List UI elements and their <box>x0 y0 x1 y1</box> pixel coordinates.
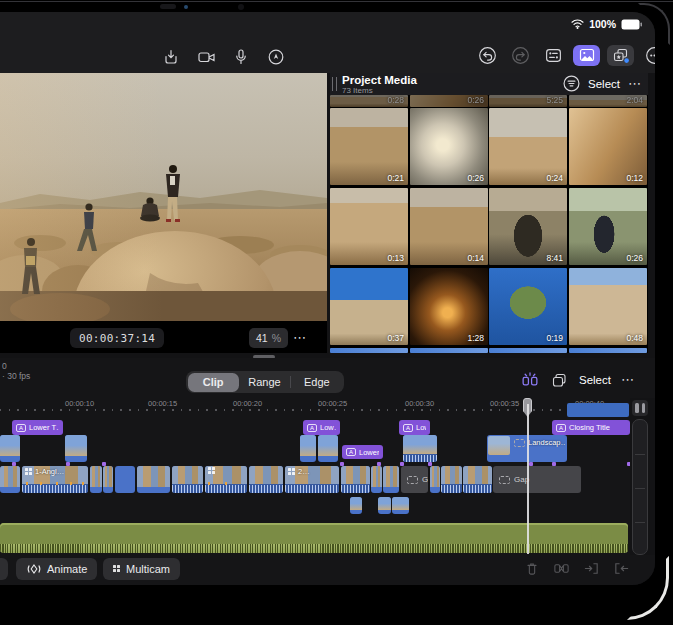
live-drawing-button[interactable] <box>263 45 289 69</box>
media-thumbnail-talent-closeup[interactable]: 8:41 <box>489 188 567 265</box>
titles-effects-button[interactable] <box>607 45 634 66</box>
timeline-clip-connected[interactable] <box>318 435 338 462</box>
media-thumbnail-sunset-silhouette[interactable]: 0:26 <box>410 108 488 185</box>
media-browser-button[interactable] <box>573 45 600 66</box>
media-thumbnail-rock-face[interactable]: 0:26 <box>410 95 488 107</box>
inspector-button[interactable] <box>540 43 566 67</box>
timeline-clip-video[interactable] <box>103 466 113 493</box>
media-thumbnail-rock-pile[interactable]: 0:21 <box>330 108 408 185</box>
clip-thumbnail-strip <box>172 466 203 484</box>
tab-edge[interactable]: Edge <box>291 373 342 392</box>
media-thumbnail-campfire[interactable]: 1:28 <box>410 268 488 345</box>
split-icon[interactable] <box>553 560 570 577</box>
media-thumbnail-sky-rocks[interactable]: 0:37 <box>330 268 408 345</box>
media-thumbnail-hiker-shade[interactable]: 0:26 <box>569 188 647 265</box>
timeline-clip-multicam[interactable] <box>205 466 247 493</box>
record-video-button[interactable] <box>193 45 219 69</box>
timeline-clip-2-[interactable]: 2… <box>285 466 339 493</box>
timeline-clip-1-angl-[interactable]: 1-Angl… <box>22 466 88 493</box>
redo-button[interactable] <box>507 43 533 67</box>
timeline-clip-connected[interactable] <box>0 435 20 462</box>
timeline-select-button[interactable]: Select <box>579 374 611 386</box>
tab-clip[interactable]: Clip <box>188 373 239 392</box>
zoom-level-control[interactable]: 41 % <box>249 328 288 348</box>
split-clip-icon[interactable] <box>520 370 540 389</box>
timeline-ruler[interactable]: 00:00:0500:00:1000:00:1500:00:2000:00:25… <box>0 398 630 412</box>
timeline-clip-sub[interactable] <box>392 497 409 514</box>
timeline-clip-video[interactable] <box>430 466 440 493</box>
timeline-clip-video[interactable] <box>137 466 170 493</box>
insert-icon[interactable] <box>583 560 600 577</box>
timeline-clip-video[interactable] <box>463 466 492 493</box>
viewer-more-icon[interactable]: ⋯ <box>293 331 307 344</box>
timecode-display[interactable]: 00:00:37:14 <box>70 328 164 348</box>
undo-button[interactable] <box>474 43 500 67</box>
media-thumbnail-trail-hikers[interactable]: 0:48 <box>569 268 647 345</box>
timeline-clip-connected[interactable] <box>65 435 87 462</box>
track-height-toggle[interactable] <box>632 400 648 416</box>
media-thumbnail-rock-pile[interactable]: 0:14 <box>410 188 488 265</box>
timeline-clip-video[interactable] <box>249 466 283 493</box>
timeline-clip-video[interactable] <box>0 466 20 493</box>
timeline-clip-video[interactable] <box>383 466 399 493</box>
timeline-clip-audio[interactable] <box>0 523 628 553</box>
camera-lens-dot <box>184 5 188 9</box>
media-select-button[interactable]: Select <box>588 78 620 90</box>
playhead-line <box>527 404 529 554</box>
media-thumbnail-blue-strip[interactable] <box>330 348 408 353</box>
timeline-clip-sub[interactable] <box>378 497 391 514</box>
timeline-clip-video[interactable] <box>172 466 203 493</box>
timeline-clip-video[interactable] <box>341 466 370 493</box>
timeline-clip-video[interactable] <box>90 466 102 493</box>
timeline-clip-gap[interactable]: Gap <box>493 466 581 493</box>
timeline-clip-connected[interactable] <box>403 435 437 462</box>
track-height-slider[interactable] <box>632 419 648 555</box>
media-thumbnail-blue-strip[interactable] <box>410 348 488 353</box>
timeline-tracks[interactable]: 00:00:0500:00:1000:00:1500:00:2000:00:25… <box>0 398 630 555</box>
timeline-clip-lower-[interactable]: ALower… <box>342 445 383 459</box>
media-thumbnail-rock-pile[interactable]: 5:25 <box>489 95 567 107</box>
media-thumbnail-desert-rocks[interactable]: 0:28 <box>330 95 408 107</box>
timeline-clip-bluebar[interactable] <box>567 403 629 417</box>
media-more-icon[interactable]: ⋯ <box>628 77 642 90</box>
timeline-clip-connected[interactable] <box>300 435 316 462</box>
tab-range[interactable]: Range <box>239 373 290 392</box>
media-thumbnail-joshua-tree[interactable]: 0:19 <box>489 268 567 345</box>
import-button[interactable] <box>158 45 184 69</box>
overlap-clips-icon[interactable] <box>550 371 569 389</box>
timeline-clip-plain[interactable] <box>115 466 135 493</box>
timeline-clip-video[interactable] <box>371 466 382 493</box>
timeline-more-icon[interactable]: ⋯ <box>621 373 635 386</box>
filter-icon[interactable] <box>563 75 580 92</box>
media-thumbnail-rock-face[interactable]: 0:12 <box>569 108 647 185</box>
multicam-badge-icon <box>288 468 295 475</box>
edge-button-partial[interactable] <box>0 558 8 580</box>
toolbar-center-group <box>158 45 289 69</box>
clip-marker <box>377 462 381 466</box>
animate-button[interactable]: Animate <box>16 558 97 580</box>
more-button[interactable] <box>641 43 655 67</box>
clip-thumbnail-strip <box>137 466 170 487</box>
media-thumbnail-hillside[interactable]: 2:04 <box>569 95 647 107</box>
thumbnail-duration: 5:25 <box>546 95 563 105</box>
timeline-clip-closing-title[interactable]: AClosing Title <box>552 420 630 435</box>
timeline-clip-sub[interactable] <box>350 497 362 514</box>
delete-icon[interactable] <box>524 560 540 577</box>
voiceover-button[interactable] <box>228 45 254 69</box>
timeline-clip-video[interactable] <box>441 466 462 493</box>
multicam-button[interactable]: Multicam <box>103 558 180 580</box>
media-thumbnail-hillside[interactable]: 0:24 <box>489 108 567 185</box>
timeline-clip-lower-t-[interactable]: ALower T… <box>12 420 63 435</box>
microphone-icon <box>232 48 250 66</box>
timeline-clip-low-[interactable]: ALow… <box>399 420 430 435</box>
title-badge: A <box>346 448 356 456</box>
media-thumbnail-blue-strip[interactable] <box>569 348 647 353</box>
draw-icon <box>267 48 285 66</box>
timeline-clip-g-[interactable]: G… <box>401 466 428 493</box>
clip-thumbnail-strip <box>403 435 437 454</box>
media-thumbnail-blue-strip[interactable] <box>489 348 567 353</box>
panel-resize-grip[interactable] <box>332 77 337 91</box>
media-thumbnail-desert-rocks[interactable]: 0:13 <box>330 188 408 265</box>
timeline-clip-low-[interactable]: ALow… <box>303 420 340 435</box>
clip-thumbnail-strip <box>341 466 370 484</box>
